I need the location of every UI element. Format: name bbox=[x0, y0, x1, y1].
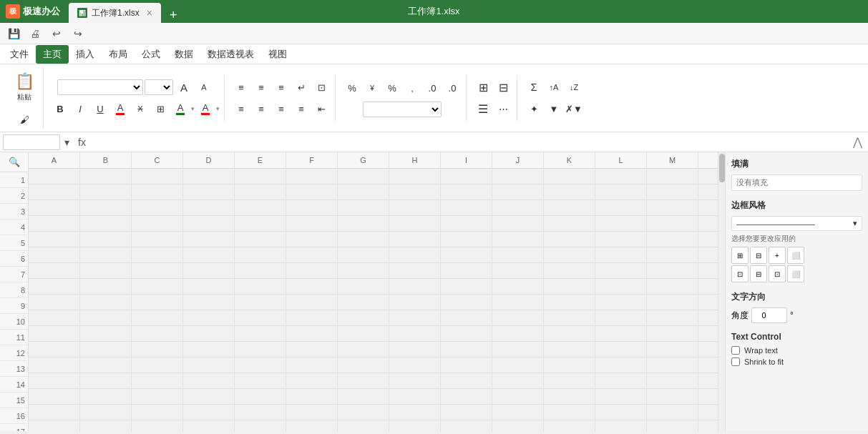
border-outer-button[interactable]: ⊟ bbox=[750, 247, 767, 264]
align-top-right[interactable]: ≡ bbox=[272, 78, 291, 97]
cell-L10[interactable] bbox=[595, 310, 647, 326]
cell-H3[interactable] bbox=[389, 200, 441, 216]
cell-I9[interactable] bbox=[441, 295, 492, 310]
angle-field[interactable] bbox=[751, 307, 787, 323]
redo-button[interactable]: ↪ bbox=[70, 26, 86, 41]
insert-cells-button[interactable]: ⊞ bbox=[474, 78, 492, 97]
cell-B11[interactable] bbox=[80, 326, 132, 342]
cell-I3[interactable] bbox=[441, 200, 492, 216]
cell-J12[interactable] bbox=[492, 342, 544, 357]
cell-J13[interactable] bbox=[492, 357, 544, 373]
filter-button[interactable]: ▼ bbox=[545, 99, 563, 118]
cell-K14[interactable] bbox=[544, 373, 595, 389]
cell-L11[interactable] bbox=[595, 326, 647, 342]
cell-H13[interactable] bbox=[389, 357, 441, 373]
cell-A1[interactable] bbox=[29, 169, 80, 184]
formula-expand-button[interactable]: ▾ bbox=[60, 137, 74, 148]
cell-J15[interactable] bbox=[492, 389, 544, 405]
menu-pivot[interactable]: 数据透视表 bbox=[200, 45, 261, 64]
cell-D12[interactable] bbox=[183, 342, 235, 357]
format-painter-button[interactable]: 🖌 bbox=[15, 110, 34, 129]
border-top-button[interactable]: ⊡ bbox=[769, 265, 786, 282]
cell-C7[interactable] bbox=[132, 263, 183, 279]
cell-J2[interactable] bbox=[492, 184, 544, 200]
cell-K9[interactable] bbox=[544, 295, 595, 310]
cell-A12[interactable] bbox=[29, 342, 80, 357]
cell-D6[interactable] bbox=[183, 247, 235, 263]
cell-G16[interactable] bbox=[338, 405, 389, 420]
cell-A2[interactable] bbox=[29, 184, 80, 200]
cell-D4[interactable] bbox=[183, 216, 235, 232]
cell-N11[interactable] bbox=[698, 326, 718, 342]
cell-C10[interactable] bbox=[132, 310, 183, 326]
cell-reference-input[interactable] bbox=[3, 134, 60, 150]
cell-D9[interactable] bbox=[183, 295, 235, 310]
cell-B12[interactable] bbox=[80, 342, 132, 357]
wrap-text-checkbox[interactable] bbox=[731, 346, 740, 355]
cell-E6[interactable] bbox=[235, 247, 286, 263]
cell-L4[interactable] bbox=[595, 216, 647, 232]
increase-font-button[interactable]: A bbox=[175, 78, 193, 97]
cell-D5[interactable] bbox=[183, 232, 235, 247]
cell-G6[interactable] bbox=[338, 247, 389, 263]
cell-F5[interactable] bbox=[286, 232, 338, 247]
font-color2-button[interactable]: A bbox=[196, 99, 215, 118]
cell-D10[interactable] bbox=[183, 310, 235, 326]
cell-M17[interactable] bbox=[647, 420, 698, 431]
cell-N16[interactable] bbox=[698, 405, 718, 420]
menu-formula[interactable]: 公式 bbox=[135, 45, 167, 64]
save-button[interactable]: 💾 bbox=[6, 26, 21, 41]
cell-C17[interactable] bbox=[132, 420, 183, 431]
cell-E17[interactable] bbox=[235, 420, 286, 431]
cell-M3[interactable] bbox=[647, 200, 698, 216]
delete-cells-button[interactable]: ⊟ bbox=[494, 78, 512, 97]
cell-L14[interactable] bbox=[595, 373, 647, 389]
cell-A8[interactable] bbox=[29, 279, 80, 295]
align-distributed[interactable]: ≡ bbox=[292, 99, 311, 118]
cell-H14[interactable] bbox=[389, 373, 441, 389]
cell-I5[interactable] bbox=[441, 232, 492, 247]
cell-N10[interactable] bbox=[698, 310, 718, 326]
cell-A11[interactable] bbox=[29, 326, 80, 342]
cell-A9[interactable] bbox=[29, 295, 80, 310]
cell-L17[interactable] bbox=[595, 420, 647, 431]
cell-H17[interactable] bbox=[389, 420, 441, 431]
cell-K15[interactable] bbox=[544, 389, 595, 405]
cell-M16[interactable] bbox=[647, 405, 698, 420]
cell-D11[interactable] bbox=[183, 326, 235, 342]
cell-H6[interactable] bbox=[389, 247, 441, 263]
cell-J14[interactable] bbox=[492, 373, 544, 389]
cell-G3[interactable] bbox=[338, 200, 389, 216]
cell-J11[interactable] bbox=[492, 326, 544, 342]
cell-J8[interactable] bbox=[492, 279, 544, 295]
cell-K6[interactable] bbox=[544, 247, 595, 263]
cell-D3[interactable] bbox=[183, 200, 235, 216]
cell-B16[interactable] bbox=[80, 405, 132, 420]
cell-K5[interactable] bbox=[544, 232, 595, 247]
cell-K11[interactable] bbox=[544, 326, 595, 342]
cell-K17[interactable] bbox=[544, 420, 595, 431]
cell-M1[interactable] bbox=[647, 169, 698, 184]
cell-A16[interactable] bbox=[29, 405, 80, 420]
cell-H15[interactable] bbox=[389, 389, 441, 405]
cell-G13[interactable] bbox=[338, 357, 389, 373]
cell-N13[interactable] bbox=[698, 357, 718, 373]
cell-D16[interactable] bbox=[183, 405, 235, 420]
cell-L7[interactable] bbox=[595, 263, 647, 279]
cell-K2[interactable] bbox=[544, 184, 595, 200]
cell-N2[interactable] bbox=[698, 184, 718, 200]
cell-I16[interactable] bbox=[441, 405, 492, 420]
cell-N14[interactable] bbox=[698, 373, 718, 389]
cell-B1[interactable] bbox=[80, 169, 132, 184]
cell-L3[interactable] bbox=[595, 200, 647, 216]
cell-H5[interactable] bbox=[389, 232, 441, 247]
comma-button[interactable]: , bbox=[403, 79, 421, 97]
cell-H1[interactable] bbox=[389, 169, 441, 184]
cell-H7[interactable] bbox=[389, 263, 441, 279]
strikethrough-button[interactable]: X bbox=[131, 99, 150, 118]
cell-N8[interactable] bbox=[698, 279, 718, 295]
merge-button[interactable]: ⊡ bbox=[312, 78, 331, 97]
cell-C2[interactable] bbox=[132, 184, 183, 200]
cell-L6[interactable] bbox=[595, 247, 647, 263]
cell-C16[interactable] bbox=[132, 405, 183, 420]
